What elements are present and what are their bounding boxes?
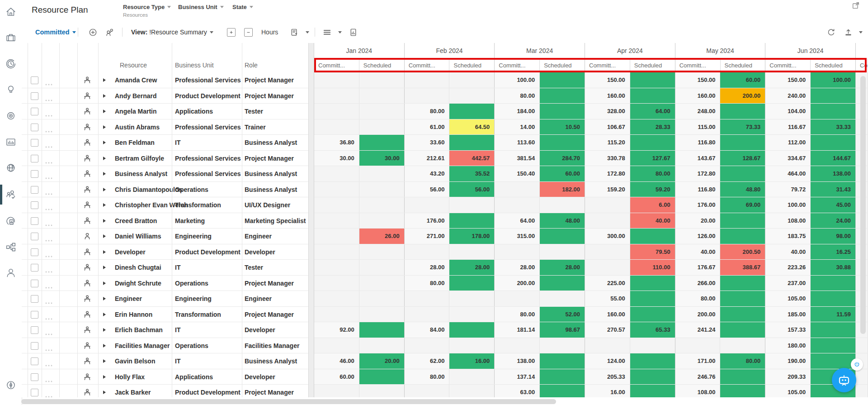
scheduled-cell[interactable] xyxy=(449,135,495,150)
scheduled-cell[interactable] xyxy=(449,213,495,229)
committed-cell[interactable]: 271.00 xyxy=(405,229,450,244)
committed-cell[interactable] xyxy=(585,244,630,260)
committed-cell[interactable]: 80.00 xyxy=(405,276,450,291)
committed-cell[interactable]: 171.00 xyxy=(675,353,721,369)
scheduled-cell[interactable] xyxy=(720,213,765,229)
scheduled-cell[interactable]: 16.25 xyxy=(811,244,856,260)
committed-cell[interactable] xyxy=(314,88,359,104)
scheduled-cell[interactable]: 200.00 xyxy=(720,88,765,104)
committed-cell[interactable]: 464.00 xyxy=(765,166,811,181)
committed-cell[interactable]: 330.78 xyxy=(585,151,630,166)
row-context-menu-icon[interactable] xyxy=(45,360,52,368)
chevron-down-icon[interactable] xyxy=(335,21,342,43)
scheduled-cell[interactable] xyxy=(540,244,585,260)
committed-cell[interactable]: 183.75 xyxy=(765,229,811,244)
filter-state[interactable]: State xyxy=(232,3,253,11)
scheduled-cell[interactable]: 24.00 xyxy=(811,213,856,229)
committed-cell[interactable] xyxy=(314,229,359,244)
time-history-icon[interactable] xyxy=(3,56,19,72)
scheduled-cell[interactable] xyxy=(359,135,405,150)
committed-cell[interactable]: 80.00 xyxy=(405,369,450,385)
chatbot-button[interactable] xyxy=(832,368,856,392)
committed-cell[interactable]: 112.00 xyxy=(765,135,811,150)
committed-cell[interactable] xyxy=(314,166,359,181)
scheduled-cell[interactable]: 28.00 xyxy=(449,260,495,275)
row-checkbox[interactable] xyxy=(31,280,38,287)
committed-cell[interactable]: 180.00 xyxy=(765,338,811,353)
scheduled-cell[interactable] xyxy=(359,213,405,229)
scheduled-cell[interactable] xyxy=(449,244,495,260)
committed-cell[interactable] xyxy=(314,307,359,322)
scheduled-cell[interactable]: 69.00 xyxy=(720,197,765,213)
scheduled-cell[interactable] xyxy=(449,276,495,291)
row-checkbox[interactable] xyxy=(31,92,38,100)
scheduled-cell[interactable] xyxy=(630,229,675,244)
committed-cell[interactable]: 33.60 xyxy=(405,135,450,150)
scheduled-cell[interactable] xyxy=(540,88,585,104)
scheduled-cell[interactable]: 64.00 xyxy=(630,104,675,119)
committed-cell[interactable] xyxy=(405,307,450,322)
scheduled-cell[interactable] xyxy=(449,291,495,306)
filter-business-unit[interactable]: Business Unit xyxy=(178,3,224,11)
scheduled-cell[interactable] xyxy=(449,88,495,104)
scheduled-cell[interactable]: 60.00 xyxy=(540,166,585,181)
filter-resource-type[interactable]: Resource Type Resources xyxy=(123,3,171,18)
home-icon[interactable] xyxy=(3,4,19,20)
committed-cell[interactable] xyxy=(495,338,540,353)
committed-cell[interactable]: 381.54 xyxy=(495,151,540,166)
committed-cell[interactable] xyxy=(314,276,359,291)
row-context-menu-icon[interactable] xyxy=(45,376,52,384)
committed-cell[interactable]: 150.00 xyxy=(675,72,721,88)
scheduled-cell[interactable] xyxy=(630,369,675,385)
row-checkbox[interactable] xyxy=(31,233,38,240)
scheduled-cell[interactable]: 64.50 xyxy=(449,119,495,135)
committed-cell[interactable]: 55.00 xyxy=(585,291,630,306)
refresh-icon[interactable] xyxy=(827,21,835,43)
committed-cell[interactable]: 36.80 xyxy=(314,135,359,150)
row-context-menu-icon[interactable] xyxy=(45,251,52,259)
committed-cell[interactable] xyxy=(495,182,540,197)
committed-cell[interactable]: 241.24 xyxy=(675,322,721,338)
row-context-menu-icon[interactable] xyxy=(45,95,52,103)
scheduled-cell[interactable] xyxy=(811,322,856,338)
idea-icon[interactable] xyxy=(3,81,19,98)
committed-cell[interactable]: 159.20 xyxy=(585,182,630,197)
committed-cell[interactable]: 212.61 xyxy=(405,151,450,166)
row-context-menu-icon[interactable] xyxy=(45,314,52,322)
committed-cell[interactable]: 150.00 xyxy=(765,72,811,88)
row-context-menu-icon[interactable] xyxy=(45,157,52,166)
scheduled-cell[interactable]: 56.00 xyxy=(449,182,495,197)
scheduled-cell[interactable]: 31.43 xyxy=(811,182,856,197)
scheduled-cell[interactable] xyxy=(359,244,405,260)
committed-cell[interactable]: 160.00 xyxy=(675,88,721,104)
scheduled-cell[interactable] xyxy=(720,307,765,322)
scheduled-cell[interactable] xyxy=(540,229,585,244)
committed-cell[interactable]: 270.57 xyxy=(585,322,630,338)
scheduled-cell[interactable]: 98.00 xyxy=(811,229,856,244)
scheduled-cell[interactable]: 48.80 xyxy=(720,182,765,197)
expand-row-icon[interactable] xyxy=(103,281,106,285)
row-checkbox[interactable] xyxy=(31,155,38,162)
scheduled-cell[interactable]: 388.67 xyxy=(720,260,765,275)
committed-cell[interactable]: 28.00 xyxy=(495,260,540,275)
committed-cell[interactable] xyxy=(314,338,359,353)
scheduled-cell[interactable] xyxy=(720,135,765,150)
scheduled-cell[interactable] xyxy=(359,322,405,338)
committed-cell[interactable]: 80.00 xyxy=(495,88,540,104)
committed-cell[interactable]: 115.20 xyxy=(585,135,630,150)
column-header-role[interactable]: Role xyxy=(245,62,258,69)
plan-state-dropdown[interactable]: Committed xyxy=(35,21,76,43)
committed-cell[interactable]: 84.00 xyxy=(405,322,450,338)
scheduled-cell[interactable] xyxy=(720,291,765,306)
committed-cell[interactable]: 176.00 xyxy=(675,197,721,213)
row-checkbox[interactable] xyxy=(31,108,38,115)
scheduled-cell[interactable] xyxy=(630,353,675,369)
committed-cell[interactable]: 104.00 xyxy=(765,104,811,119)
committed-cell[interactable]: 116.80 xyxy=(675,182,721,197)
committed-cell[interactable]: 246.76 xyxy=(675,369,721,385)
committed-cell[interactable] xyxy=(585,197,630,213)
briefcase-icon[interactable] xyxy=(3,29,19,46)
scheduled-cell[interactable] xyxy=(811,353,856,369)
scheduled-cell[interactable] xyxy=(359,119,405,135)
scheduled-cell[interactable] xyxy=(630,135,675,150)
